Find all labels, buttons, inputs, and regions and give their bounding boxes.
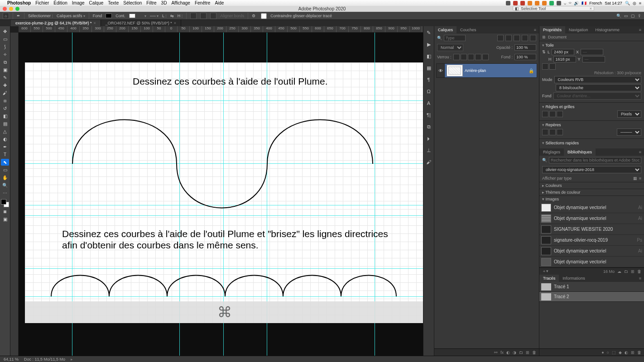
color-wells[interactable] [1,199,9,207]
stroke-path-icon[interactable]: ○ [607,350,609,355]
lock-all-button[interactable] [482,54,489,60]
delete-icon[interactable]: 🗑 [532,350,536,355]
document-tab[interactable]: exercice-plume-2.jpg @ 64,1% (RVB/8#) *× [11,20,101,26]
app-name[interactable]: Photoshop [7,0,31,5]
tab-adjustments[interactable]: Réglages [539,148,564,156]
group-images[interactable]: Images [546,197,559,201]
fx-icon[interactable]: fx [500,350,504,355]
horizontal-ruler[interactable]: 6005505004504003503002502001501005005010… [19,26,423,33]
menu-window[interactable]: Fenêtre [195,0,210,5]
volume-icon[interactable]: 🔊 [574,1,579,5]
paragraph-icon[interactable]: ¶ [425,76,433,83]
canvas-height[interactable]: 1618 px [553,56,576,62]
menu-selection[interactable]: Sélection [123,0,142,5]
hand-tool[interactable]: ✋ [1,174,9,181]
delete-icon[interactable]: 🗑 [637,269,641,274]
gradient-tool[interactable]: ▤ [1,120,9,127]
wand-tool[interactable]: ✧ [1,51,9,58]
opacity-value[interactable]: 100 % [514,44,536,51]
tray-icon[interactable] [542,1,547,5]
clock[interactable]: Sat 14:27 [605,1,622,5]
adjustment-icon[interactable]: ◑ [513,350,516,355]
orientation-portrait-button[interactable] [542,63,548,70]
layer-name[interactable]: Arrière-plan [465,68,526,73]
path-row[interactable]: Tracé 1 [539,282,644,292]
screen-mode-tool[interactable]: ▣ [1,216,9,223]
menu-image[interactable]: Image [72,0,85,5]
mask-icon[interactable]: ◐ [506,350,510,355]
healing-tool[interactable]: ✚ [1,82,9,89]
selective-tool-floating-panel[interactable]: ◧ Selective Tool × [513,6,594,11]
fill-value[interactable]: 100 % [514,54,536,60]
align-button[interactable] [200,13,207,19]
measurement-icon[interactable]: ⊥ [425,147,433,154]
fill-path-icon[interactable]: ● [601,350,604,355]
lasso-tool[interactable]: ⟆ [1,43,9,50]
close-tab-icon[interactable]: × [174,21,176,25]
pen-tool[interactable]: ✒ [1,143,9,150]
vertical-ruler[interactable] [10,33,19,356]
swatches-icon[interactable]: ▦ [425,64,433,71]
edit-toolbar[interactable]: ⋯ [1,190,9,196]
mask-icon[interactable]: ◐ [625,350,628,355]
tray-icon[interactable] [513,1,518,5]
arrange-button[interactable] [210,13,216,19]
eyedropper-tool[interactable]: ✎ [1,74,9,81]
window-minimize-button[interactable] [9,7,13,11]
link-layers-icon[interactable]: ⚯ [494,350,498,355]
status-menu-icon[interactable]: ▸ [71,357,73,362]
cloud-sync-icon[interactable]: ☁ [617,269,621,274]
filter-text-icon[interactable] [514,35,520,41]
notifications-icon[interactable]: ≡ [639,1,641,5]
orientation-landscape-button[interactable] [549,63,556,70]
document-tab[interactable]: _ORO4672.NEF @ 50% (RVB/16*) *× [101,20,181,26]
panel-menu-icon[interactable]: ≡ [636,276,644,281]
menu-filter[interactable]: Filtre [146,0,156,5]
frame-tool[interactable]: ▣ [1,67,9,73]
window-close-button[interactable] [3,7,7,11]
tab-layers[interactable]: Calques [434,26,457,33]
selection-from-path-icon[interactable]: ⬚ [612,350,616,355]
path-to-shape-icon[interactable]: ◆ [619,350,622,355]
flag-icon[interactable]: 🇫🇷 [582,1,586,5]
layer-row[interactable]: 👁 Arrière-plan 🔒 [436,63,537,78]
guide-style-dropdown[interactable]: ──── [617,129,641,136]
actions-icon[interactable]: ▶ [425,41,433,48]
spotlight-icon[interactable]: 🔍 [625,1,630,5]
menu-view[interactable]: Affichage [171,0,190,5]
panel-menu-icon[interactable]: ≡ [636,28,644,32]
bg-fill-dropdown[interactable]: Couleur d'arrière... [553,92,641,100]
brush-presets-icon[interactable]: 🖌 [425,158,433,166]
lock-artboard-button[interactable] [475,54,481,60]
color-mode-dropdown[interactable]: Couleurs RVB [554,76,641,83]
doc-size[interactable]: Doc : 11,5 Mo/11,5 Mo [24,357,65,362]
stroke-width-dropdown[interactable] [139,14,146,18]
wifi-icon[interactable]: ⌔ [569,1,571,5]
character-icon[interactable]: A [425,100,433,107]
move-tool[interactable]: ✥ [1,28,9,35]
constrain-checkbox[interactable] [261,13,267,19]
grid-view-icon[interactable]: ▦ [633,176,637,181]
blend-mode-dropdown[interactable]: Normal [437,44,463,51]
shape-tool[interactable]: ▭ [1,167,9,173]
crop-tool[interactable]: ⧉ [1,59,9,66]
tray-icon[interactable] [528,1,532,5]
delete-icon[interactable]: 🗑 [637,350,641,355]
tray-icon[interactable] [549,1,554,5]
close-tab-icon[interactable]: × [94,21,96,25]
zoom-value[interactable]: 64,11 % [4,357,19,362]
guide-btn[interactable] [542,129,548,135]
search-icon[interactable]: 🔍 [616,14,621,18]
quick-mask-tool[interactable]: ◙ [1,208,9,215]
menu-layer[interactable]: Calque [89,0,104,5]
library-item[interactable]: SIGNATURE WEBSITE 2020 [539,224,644,235]
library-filter-dropdown[interactable]: Afficher par type [542,176,572,181]
lock-pixels-button[interactable] [461,54,467,60]
menu-3d[interactable]: 3D [161,0,167,5]
marquee-tool[interactable]: ▭ [1,36,9,43]
workspace-icon[interactable]: ▭ [624,14,628,18]
dodge-tool[interactable]: ◐ [1,136,9,143]
library-item[interactable]: Objet dynamique vectorielAi [539,246,644,257]
section-rulers[interactable]: Règles et grilles [542,105,641,109]
panel-menu-icon[interactable]: ≡ [531,28,539,32]
